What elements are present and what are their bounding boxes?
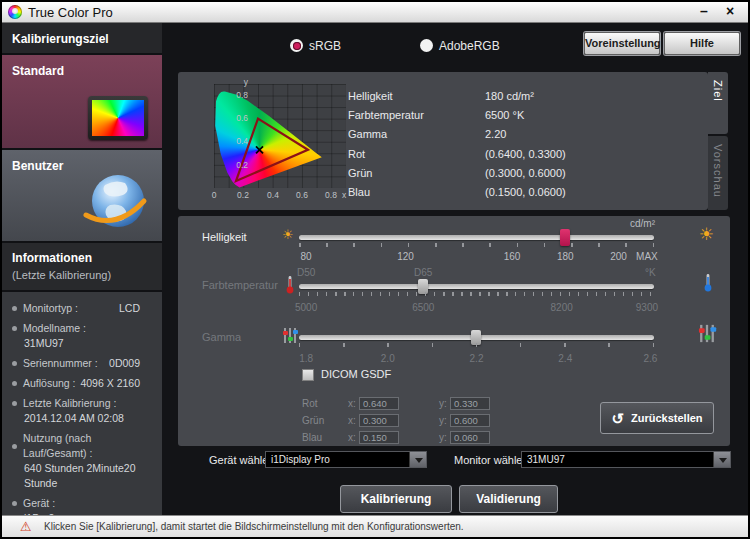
scale-2-4: 2.4 bbox=[558, 353, 572, 364]
target-value-gruen: (0.3000, 0.6000) bbox=[485, 166, 566, 180]
gruen-x-input[interactable] bbox=[359, 414, 399, 427]
x-tick: 0.2 bbox=[237, 190, 249, 200]
scale-2-2: 2.2 bbox=[470, 353, 484, 364]
reset-button[interactable]: ↺Zurückstellen bbox=[600, 402, 714, 434]
validate-button[interactable]: Validierung bbox=[459, 485, 558, 513]
colortemp-slider-track[interactable] bbox=[299, 284, 654, 289]
reset-icon: ↺ bbox=[611, 410, 624, 427]
target-label-helligkeit: Helligkeit bbox=[348, 89, 393, 103]
info-header-title: Informationen bbox=[12, 249, 152, 267]
radio-srgb-label[interactable]: sRGB bbox=[309, 39, 341, 53]
blau-y-input[interactable] bbox=[450, 431, 490, 444]
rgb-sliders-small-icon bbox=[282, 328, 298, 343]
info-item-letzte-kalibrierung: Letzte Kalibrierung : 2014.12.04 AM 02:0… bbox=[12, 396, 154, 426]
slider-brightness-label: Helligkeit bbox=[202, 231, 247, 243]
blau-x-input[interactable] bbox=[359, 431, 399, 444]
target-value-blau: (0.1500, 0.0600) bbox=[485, 185, 566, 199]
brightness-slider-track[interactable] bbox=[299, 235, 654, 240]
info-label: Seriennummer : bbox=[23, 356, 98, 371]
y-tick: 0.2 bbox=[228, 160, 248, 170]
calibrate-button[interactable]: Kalibrierung bbox=[340, 485, 452, 513]
rgb-sliders-large-icon bbox=[698, 325, 716, 342]
scale-6500: 6500 bbox=[412, 302, 434, 313]
scale-1-8: 1.8 bbox=[299, 353, 313, 364]
x-prefix: x: bbox=[348, 415, 356, 426]
chevron-down-icon[interactable] bbox=[713, 452, 730, 467]
x-tick: 0.8 bbox=[325, 190, 337, 200]
minimize-button[interactable]: – bbox=[694, 3, 714, 19]
scale-max: MAX bbox=[636, 251, 658, 262]
target-value-farbtemperatur: 6500 °K bbox=[485, 108, 524, 122]
cie-chart: y 0.8 0.6 0.4 0.2 0 0.2 0.4 0.6 0.8 x bbox=[192, 78, 360, 206]
slider-colortemp-label: Farbtemperatur bbox=[202, 279, 278, 291]
scale-80: 80 bbox=[301, 251, 312, 262]
info-header: Informationen (Letzte Kalibrierung) bbox=[2, 243, 162, 292]
tab-vorschau-label: Vorschau bbox=[712, 144, 724, 198]
scale-2-0: 2.0 bbox=[381, 353, 395, 364]
target-value-rot: (0.6400, 0.3300) bbox=[485, 147, 566, 161]
gruen-y-input[interactable] bbox=[450, 414, 490, 427]
device-select-value: i1Display Pro bbox=[271, 454, 330, 465]
status-text: Klicken Sie [Kalibrierung], damit starte… bbox=[44, 521, 464, 532]
monitor-select-label: Monitor wählen bbox=[454, 454, 529, 466]
y-prefix: y: bbox=[439, 415, 447, 426]
close-button[interactable]: × bbox=[720, 3, 740, 19]
info-label: Letzte Kalibrierung : bbox=[23, 396, 116, 411]
info-item-monitortyp: Monitortyp : LCD bbox=[12, 301, 154, 316]
scale-9300: 9300 bbox=[636, 302, 658, 313]
dicom-gsdf-checkbox[interactable] bbox=[302, 369, 314, 381]
x-prefix: x: bbox=[348, 398, 356, 409]
brightness-scale: 80 120 160 180 200 MAX bbox=[299, 251, 654, 263]
scale-120: 120 bbox=[397, 251, 414, 262]
bullet-icon bbox=[12, 501, 17, 506]
target-label-gamma: Gamma bbox=[348, 127, 387, 141]
rot-y-input[interactable] bbox=[450, 397, 490, 410]
scale-160: 160 bbox=[504, 251, 521, 262]
colortemp-ticks bbox=[299, 292, 654, 296]
info-list: Monitortyp : LCD Modellname : 31MU97 Ser… bbox=[2, 292, 162, 518]
tab-vorschau[interactable]: Vorschau bbox=[708, 136, 728, 210]
device-select-dropdown[interactable]: i1Display Pro bbox=[265, 451, 427, 468]
info-value: 0D009 bbox=[109, 356, 140, 371]
target-label-farbtemperatur: Farbtemperatur bbox=[348, 108, 424, 122]
globe-icon bbox=[80, 171, 150, 235]
gamma-slider-track[interactable] bbox=[299, 335, 654, 340]
target-value-gamma: 2.20 bbox=[485, 127, 506, 141]
radio-srgb[interactable] bbox=[290, 39, 303, 52]
warning-icon: ⚠ bbox=[20, 519, 32, 534]
target-panel: y 0.8 0.6 0.4 0.2 0 0.2 0.4 0.6 0.8 x He… bbox=[178, 72, 708, 210]
info-label: Auflösung : bbox=[23, 376, 76, 391]
monitor-select-dropdown[interactable]: 31MU97 bbox=[521, 451, 731, 468]
sidebar-item-standard-label: Standard bbox=[12, 64, 64, 78]
target-label-rot: Rot bbox=[348, 147, 365, 161]
target-value-helligkeit: 180 cd/m² bbox=[485, 89, 534, 103]
scale-5000: 5000 bbox=[295, 302, 317, 313]
tab-ziel[interactable]: Ziel bbox=[708, 72, 728, 134]
x-tick: 0 bbox=[212, 190, 217, 200]
colortemp-top-labels: D50 D65 °K bbox=[299, 267, 654, 279]
x-prefix: x: bbox=[348, 432, 356, 443]
colortemp-unit: °K bbox=[645, 267, 656, 278]
help-button[interactable]: Hilfe bbox=[664, 32, 740, 55]
scale-180: 180 bbox=[557, 251, 574, 262]
radio-adobergb[interactable] bbox=[420, 39, 433, 52]
info-label: Modellname : bbox=[23, 321, 86, 336]
info-label: Nutzung (nach Lauf/Gesamt) : bbox=[23, 431, 154, 461]
rot-x-input[interactable] bbox=[359, 397, 399, 410]
info-label: Monitortyp : bbox=[23, 301, 78, 316]
rgb-row-blau-label: Blau bbox=[302, 432, 322, 443]
radio-adobergb-label[interactable]: AdobeRGB bbox=[439, 39, 500, 53]
sun-large-icon: ☀ bbox=[699, 224, 714, 245]
sidebar-item-benutzer[interactable]: Benutzer bbox=[2, 150, 162, 243]
rgb-row-gruen-label: Grün bbox=[302, 415, 324, 426]
info-item-seriennummer: Seriennummer : 0D009 bbox=[12, 356, 154, 371]
sidebar-item-standard[interactable]: Standard bbox=[2, 55, 162, 150]
reset-button-label: Zurückstellen bbox=[631, 412, 703, 424]
brightness-unit: cd/m² bbox=[615, 218, 655, 229]
bullet-icon bbox=[12, 401, 17, 406]
chevron-down-icon[interactable] bbox=[409, 452, 426, 467]
preset-button[interactable]: Voreinstellung bbox=[584, 32, 660, 55]
label-d50: D50 bbox=[297, 267, 315, 278]
info-value: 640 Stunden 2Minute20 Stunde bbox=[12, 461, 154, 491]
slider-gamma-label: Gamma bbox=[202, 331, 241, 343]
